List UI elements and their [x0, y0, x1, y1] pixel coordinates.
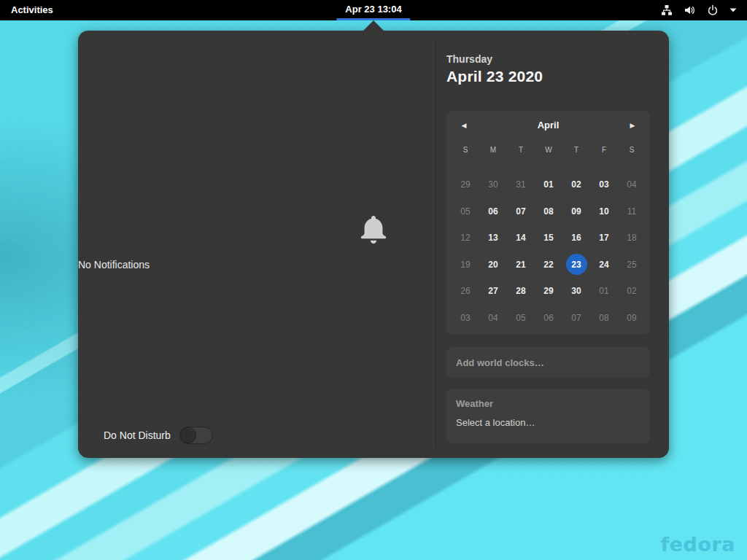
fedora-logo: fedora	[661, 533, 735, 556]
calendar-day[interactable]: 25	[618, 252, 646, 279]
system-status-area[interactable]	[661, 0, 747, 20]
calendar-day[interactable]: 01	[535, 171, 562, 198]
do-not-disturb-toggle[interactable]	[179, 427, 213, 444]
calendar-day[interactable]: 13	[479, 225, 507, 252]
weekday-header: S	[618, 146, 646, 154]
calendar-day[interactable]: 02	[562, 171, 590, 198]
weather-location-label: Select a location…	[456, 417, 640, 428]
clock-button[interactable]: Apr 23 13:04	[336, 0, 410, 20]
weekday-header: S	[452, 146, 479, 154]
power-icon	[707, 4, 719, 16]
calendar-day[interactable]: 05	[452, 198, 479, 225]
calendar-notification-panel: No Notifications Do Not Disturb Thursday…	[78, 31, 669, 458]
calendar-day[interactable]: 04	[618, 171, 646, 198]
date-header-date: April 23 2020	[446, 68, 543, 85]
calendar-day[interactable]: 03	[590, 171, 618, 198]
date-header-weekday: Thursday	[446, 53, 492, 65]
add-world-clocks-button[interactable]: Add world clocks…	[446, 347, 650, 378]
calendar-day[interactable]: 09	[562, 198, 590, 225]
weekday-header: W	[535, 146, 562, 154]
calendar-day[interactable]: 27	[479, 278, 507, 305]
calendar-day[interactable]: 14	[507, 225, 535, 252]
calendar-day[interactable]: 09	[618, 305, 646, 332]
calendar-day-grid: 2930310102030405060708091011121314151617…	[452, 171, 646, 331]
weekday-header: M	[479, 146, 507, 154]
calendar-day[interactable]: 30	[562, 278, 590, 305]
calendar-day-selected[interactable]: 23	[562, 252, 590, 279]
calendar-day[interactable]: 02	[618, 278, 646, 305]
calendar-day[interactable]: 11	[618, 198, 646, 225]
network-wired-icon	[661, 4, 673, 16]
do-not-disturb-label: Do Not Disturb	[104, 429, 171, 441]
calendar-day[interactable]: 05	[507, 305, 535, 332]
calendar-day[interactable]: 21	[507, 252, 535, 279]
calendar-widget: ◀ April ▶ SMTWTFS 2930310102030405060708…	[446, 111, 650, 335]
calendar-day[interactable]: 26	[452, 278, 479, 305]
do-not-disturb-row: Do Not Disturb	[104, 427, 213, 444]
calendar-weekday-headers: SMTWTFS	[452, 146, 646, 154]
calendar-day[interactable]: 20	[479, 252, 507, 279]
calendar-day[interactable]: 10	[590, 198, 618, 225]
calendar-day[interactable]: 16	[562, 225, 590, 252]
calendar-day[interactable]: 04	[479, 305, 507, 332]
calendar-day[interactable]: 15	[535, 225, 562, 252]
calendar-header: ◀ April ▶	[446, 111, 650, 140]
calendar-day[interactable]: 24	[590, 252, 618, 279]
volume-icon	[684, 4, 696, 16]
calendar-day[interactable]: 07	[507, 198, 535, 225]
next-month-button[interactable]: ▶	[621, 116, 644, 135]
weekday-header: T	[562, 146, 590, 154]
calendar-day[interactable]: 28	[507, 278, 535, 305]
calendar-day[interactable]: 06	[535, 305, 562, 332]
weekday-header: F	[590, 146, 618, 154]
calendar-day[interactable]: 12	[452, 225, 479, 252]
weekday-header: T	[507, 146, 535, 154]
prev-month-button[interactable]: ◀	[452, 116, 476, 135]
weather-button[interactable]: Weather Select a location…	[446, 389, 650, 443]
calendar-month-label: April	[446, 111, 650, 140]
top-bar: Activities Apr 23 13:04	[0, 0, 747, 20]
calendar-day[interactable]: 22	[535, 252, 562, 279]
calendar-day[interactable]: 29	[452, 171, 479, 198]
calendar-day[interactable]: 03	[452, 305, 479, 332]
panel-pointer	[363, 20, 384, 31]
calendar-day[interactable]: 30	[479, 171, 507, 198]
activities-button[interactable]: Activities	[0, 0, 64, 20]
calendar-day[interactable]: 31	[507, 171, 535, 198]
calendar-day[interactable]: 01	[590, 278, 618, 305]
calendar-day[interactable]: 17	[590, 225, 618, 252]
toggle-knob	[180, 427, 196, 443]
panel-divider	[436, 41, 436, 448]
add-world-clocks-label: Add world clocks…	[456, 357, 544, 368]
calendar-day[interactable]: 29	[535, 278, 562, 305]
calendar-day[interactable]: 06	[479, 198, 507, 225]
calendar-day[interactable]: 08	[590, 305, 618, 332]
calendar-day[interactable]: 08	[535, 198, 562, 225]
weather-title: Weather	[456, 398, 640, 409]
calendar-day[interactable]: 19	[452, 252, 479, 279]
calendar-day[interactable]: 18	[618, 225, 646, 252]
chevron-down-icon	[729, 8, 737, 12]
calendar-day[interactable]: 07	[562, 305, 590, 332]
no-notifications-label: No Notifications	[78, 259, 436, 271]
